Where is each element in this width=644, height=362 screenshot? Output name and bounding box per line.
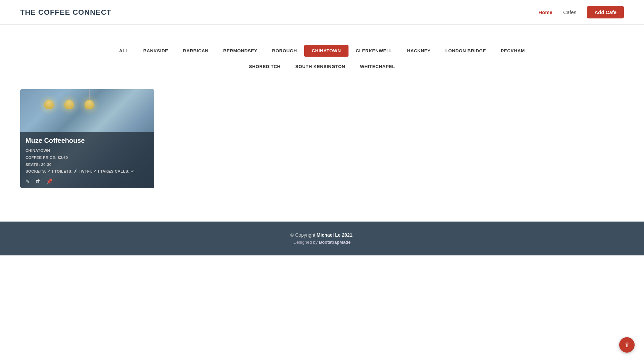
- cafe-name: Muze Coffeehouse: [25, 137, 149, 144]
- filter-tag-barbican[interactable]: BARBICAN: [175, 45, 216, 57]
- filter-tag-shoreditch[interactable]: SHOREDITCH: [241, 61, 288, 72]
- footer-copyright: © Copyright Michael Le 2021.: [7, 232, 637, 238]
- lamp-2: [67, 89, 71, 109]
- delete-icon[interactable]: 🗑: [35, 178, 41, 185]
- scroll-top-button[interactable]: ⇧: [619, 337, 635, 353]
- nav-cafes[interactable]: Cafes: [563, 9, 576, 15]
- lamp-1: [47, 89, 51, 109]
- cafe-amenities: SOCKETS: ✓ | TOILETS: ✗ | WI-FI: ✓ | TAK…: [25, 168, 149, 175]
- lamp-3: [87, 89, 91, 109]
- card-overlay: Muze Coffeehouse CHINATOWN COFFEE PRICE:…: [20, 132, 154, 188]
- filter-tag-london-bridge[interactable]: LONDON BRIDGE: [438, 45, 493, 57]
- filter-tag-all[interactable]: ALL: [112, 45, 136, 57]
- footer-designer: BootstrapMade: [319, 240, 351, 245]
- brand: THE COFFEE CONNECT: [20, 8, 111, 17]
- filter-tag-whitechapel[interactable]: WHITECHAPEL: [353, 61, 402, 72]
- cafe-action-icons: ✎ 🗑 📌: [25, 178, 149, 185]
- filter-tag-hackney[interactable]: HACKNEY: [400, 45, 438, 57]
- cafe-card-image: Muze Coffeehouse CHINATOWN COFFEE PRICE:…: [20, 89, 154, 188]
- edit-icon[interactable]: ✎: [25, 178, 30, 185]
- cafe-coffee-price: COFFEE PRICE: £2.60: [25, 154, 149, 161]
- filter-tag-south-kensington[interactable]: SOUTH KENSINGTON: [288, 61, 353, 72]
- cafe-neighborhood: CHINATOWN: [25, 147, 149, 154]
- filter-tag-peckham[interactable]: PECKHAM: [493, 45, 532, 57]
- filter-tag-chinatown[interactable]: CHINATOWN: [304, 45, 348, 57]
- cafe-card[interactable]: Muze Coffeehouse CHINATOWN COFFEE PRICE:…: [20, 89, 154, 188]
- cafe-seats: SEATS: 20-30: [25, 161, 149, 168]
- filter-section: ALLBANKSIDEBARBICANBERMONDSEYBOROUGHCHIN…: [0, 25, 644, 82]
- filter-row-2: SHOREDITCHSOUTH KENSINGTONWHITECHAPEL: [241, 61, 402, 72]
- location-icon[interactable]: 📌: [46, 178, 53, 185]
- cards-section: Muze Coffeehouse CHINATOWN COFFEE PRICE:…: [0, 82, 644, 208]
- filter-tag-bermondsey[interactable]: BERMONDSEY: [216, 45, 265, 57]
- footer-designed: Designed by BootstrapMade: [7, 240, 637, 245]
- filter-tag-clerkenwell[interactable]: CLERKENWELL: [348, 45, 400, 57]
- filter-tag-bankside[interactable]: BANKSIDE: [136, 45, 176, 57]
- nav-home[interactable]: Home: [538, 9, 552, 15]
- footer: © Copyright Michael Le 2021. Designed by…: [0, 222, 644, 255]
- filter-row-1: ALLBANKSIDEBARBICANBERMONDSEYBOROUGHCHIN…: [112, 45, 532, 57]
- add-cafe-button[interactable]: Add Cafe: [587, 6, 624, 18]
- navbar: THE COFFEE CONNECT Home Cafes Add Cafe: [0, 0, 644, 25]
- footer-author: Michael Le 2021.: [317, 232, 354, 238]
- filter-tag-borough[interactable]: BOROUGH: [265, 45, 304, 57]
- nav-links: Home Cafes Add Cafe: [538, 6, 624, 18]
